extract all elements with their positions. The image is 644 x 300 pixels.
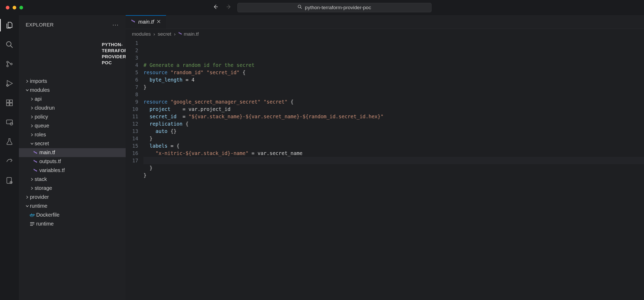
- search-icon[interactable]: [0, 37, 19, 52]
- code-line[interactable]: auto {}: [143, 127, 644, 135]
- line-number: 2: [126, 47, 138, 54]
- chevron-right-icon: ›: [153, 31, 155, 38]
- sidebar: EXPLORER ··· PYTHON-TERRAFORM-PROVIDER-P…: [19, 15, 126, 300]
- folder-item[interactable]: policy: [19, 112, 126, 121]
- breadcrumbs[interactable]: modules›secret› main.tf: [126, 29, 644, 39]
- extensions-icon[interactable]: [0, 95, 19, 110]
- line-number: 15: [126, 142, 138, 149]
- item-label: cloudrun: [35, 104, 123, 111]
- item-label: variables.tf: [39, 167, 123, 174]
- cursor-line: [143, 157, 644, 164]
- window-zoom-button[interactable]: [19, 6, 23, 9]
- window-close-button[interactable]: [6, 6, 9, 9]
- item-label: main.tf: [39, 149, 123, 156]
- remote-icon[interactable]: [0, 115, 19, 130]
- share-icon[interactable]: [0, 154, 19, 168]
- explorer-icon[interactable]: [0, 18, 19, 33]
- folder-item[interactable]: api: [19, 95, 126, 104]
- code-line[interactable]: # Generate a random id for the secret: [143, 61, 644, 69]
- code-line[interactable]: }: [143, 164, 644, 172]
- editor-tab[interactable]: main.tf: [126, 15, 166, 29]
- code-line[interactable]: "x-nitric-${var.stack_id}-name" = var.se…: [143, 149, 644, 157]
- code-line[interactable]: project = var.project_id: [143, 105, 644, 113]
- code-line[interactable]: byte_length = 4: [143, 76, 644, 83]
- item-label: roles: [35, 131, 123, 138]
- code-line[interactable]: }: [143, 83, 644, 91]
- line-number: 6: [126, 76, 138, 83]
- folder-item[interactable]: roles: [19, 130, 126, 139]
- file-tree: importsmodulesapicloudrunpolicyqueuerole…: [19, 77, 126, 231]
- file-item[interactable]: main.tf: [19, 148, 126, 157]
- code-line[interactable]: [143, 179, 644, 186]
- chevron-down-icon: [25, 88, 30, 92]
- item-label: runtime: [36, 220, 123, 227]
- item-label: Dockerfile: [36, 211, 123, 218]
- folder-item[interactable]: stack: [19, 175, 126, 184]
- breadcrumb-label: main.tf: [184, 31, 199, 37]
- line-number: 7: [126, 83, 138, 91]
- folder-item[interactable]: cloudrun: [19, 104, 126, 112]
- line-number: 16: [126, 149, 138, 157]
- nav-back-button[interactable]: [213, 4, 219, 12]
- item-label: outputs.tf: [39, 158, 123, 165]
- item-label: provider: [30, 194, 123, 201]
- chevron-down-icon: [29, 142, 35, 146]
- file-icon: [29, 204, 35, 244]
- folder-item[interactable]: secret: [19, 139, 126, 148]
- line-number: 13: [126, 127, 138, 135]
- chevron-down-icon: [25, 204, 30, 208]
- chevron-right-icon: [29, 106, 35, 110]
- tab-label: main.tf: [138, 18, 154, 25]
- item-label: modules: [30, 87, 123, 94]
- terraform-icon: [178, 31, 182, 36]
- code-line[interactable]: }: [143, 135, 644, 142]
- line-number: 10: [126, 105, 138, 113]
- breadcrumb-label: secret: [158, 31, 171, 37]
- window-minimize-button[interactable]: [13, 6, 16, 9]
- folder-item[interactable]: storage: [19, 184, 126, 193]
- settings-icon[interactable]: [0, 173, 19, 188]
- file-item[interactable]: outputs.tf: [19, 157, 126, 166]
- file-item[interactable]: runtime: [19, 219, 126, 228]
- code-line[interactable]: resource "google_secret_manager_secret" …: [143, 98, 644, 105]
- code[interactable]: # Generate a random id for the secretres…: [143, 39, 644, 300]
- scm-icon[interactable]: [0, 57, 19, 71]
- editor: main.tf modules›secret› main.tf 12345678…: [126, 15, 644, 300]
- breadcrumb-item[interactable]: secret: [158, 31, 171, 38]
- folder-item[interactable]: modules: [19, 86, 126, 95]
- line-number: 5: [126, 69, 138, 76]
- file-item[interactable]: variables.tf: [19, 166, 126, 175]
- breadcrumb-item[interactable]: modules: [132, 31, 151, 38]
- line-number: 17: [126, 157, 138, 164]
- tab-close-button[interactable]: [157, 19, 161, 25]
- code-line[interactable]: }: [143, 172, 644, 179]
- line-number: 11: [126, 113, 138, 120]
- command-center[interactable]: python-terraform-provider-poc: [237, 3, 432, 12]
- item-label: runtime: [30, 202, 123, 210]
- sidebar-more-button[interactable]: ···: [113, 21, 120, 29]
- folder-item[interactable]: queue: [19, 121, 126, 130]
- line-number: 9: [126, 98, 138, 105]
- terraform-icon: [33, 159, 38, 164]
- sidebar-section-header[interactable]: PYTHON-TERRAFORM-PROVIDER-POC: [19, 31, 126, 77]
- breadcrumb-item[interactable]: main.tf: [178, 31, 199, 38]
- editor-body[interactable]: 1234567891011121314151617 # Generate a r…: [126, 39, 644, 300]
- code-line[interactable]: resource "random_id" "secret_id" {: [143, 69, 644, 76]
- item-label: imports: [30, 78, 123, 85]
- code-line[interactable]: replication {: [143, 120, 644, 127]
- line-number: 4: [126, 61, 138, 69]
- terraform-icon: [33, 150, 38, 155]
- item-label: policy: [35, 113, 123, 120]
- nav-forward-button[interactable]: [226, 4, 232, 12]
- editor-tabs: main.tf: [126, 15, 644, 29]
- chevron-down-icon: [21, 34, 100, 75]
- debug-icon[interactable]: [0, 76, 19, 91]
- line-number: 12: [126, 120, 138, 127]
- code-line[interactable]: secret_id = "${var.stack_name}-${var.sec…: [143, 113, 644, 120]
- folder-item[interactable]: imports: [19, 77, 126, 86]
- code-line[interactable]: labels = {: [143, 142, 644, 149]
- code-line[interactable]: [143, 91, 644, 98]
- testing-icon[interactable]: [0, 134, 19, 149]
- item-label: secret: [35, 140, 123, 147]
- line-number: 14: [126, 135, 138, 142]
